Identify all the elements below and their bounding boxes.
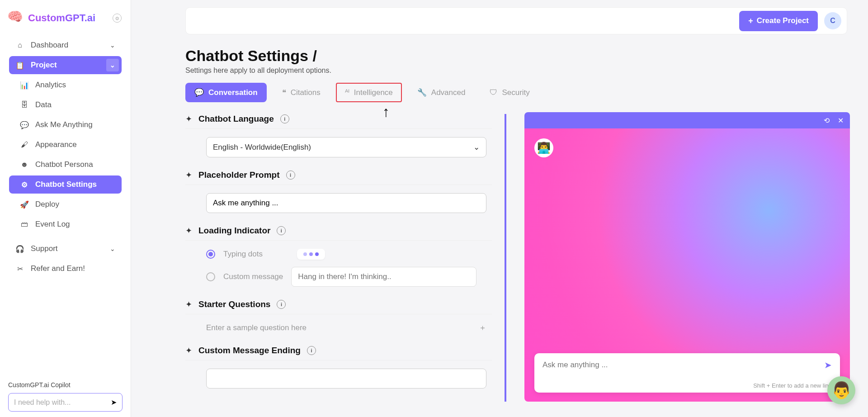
language-value: English - Worldwide(English) [213,143,311,152]
brain-icon: 🧠 [7,9,25,27]
copilot-label: CustomGPT.ai Copilot [8,381,123,389]
page-title: Chatbot Settings / [185,47,868,65]
nav-refer-label: Refer and Earn! [31,264,85,273]
copilot-text-field[interactable] [14,398,107,407]
chatbot-preview: ⟲ ✕ 👨‍💻 ➤ Shift + Enter to add a new lin… [524,112,850,402]
send-icon[interactable]: ➤ [824,360,832,370]
preview-column: ⟲ ✕ 👨‍💻 ➤ Shift + Enter to add a new lin… [524,112,850,402]
nav-dashboard-label: Dashboard [31,41,68,50]
tab-label: Citations [291,88,321,97]
diamond-icon: ✦ [185,299,192,309]
gear-icon: ⚙ [20,180,29,189]
tabs: 💬Conversation ❝Citations ᴬᴵIntelligence … [185,83,868,102]
diamond-icon: ✦ [185,170,192,180]
plus-icon: + [748,16,753,26]
nav-refer[interactable]: ✂Refer and Earn! [9,260,122,278]
nav-project[interactable]: 📋Project ⌄ [9,56,122,74]
nav-label: Chatbot Persona [35,160,93,169]
topbar: +Create Project C [185,7,847,34]
chevron-down-icon[interactable]: ⌄ [106,59,119,71]
wrench-icon: 🔧 [417,88,427,97]
chevron-down-icon: ⌄ [110,245,115,252]
nav-label: Chatbot Settings [35,180,97,189]
nav-dashboard[interactable]: ⌂Dashboard ⌄ [9,36,122,54]
chat-input[interactable] [542,360,824,370]
chevron-down-icon: ⌄ [473,142,480,152]
bot-avatar: 👨‍💻 [534,138,553,157]
tab-intelligence[interactable]: ᴬᴵIntelligence [336,83,402,102]
section-title: Custom Message Ending [198,346,301,355]
radio-typing-dots[interactable] [206,250,215,259]
shield-icon: 🛡 [490,88,497,97]
user-avatar[interactable]: C [824,12,841,29]
dots-preview [297,249,325,260]
info-icon[interactable]: i [307,346,316,355]
tab-label: Intelligence [354,88,393,97]
starter-question-input[interactable]: Enter a sample question here ＋ [206,322,486,333]
brand-text: CustomGPT.ai [28,12,95,24]
nav-persona[interactable]: ☻Chatbot Persona [9,156,122,174]
placeholder-input-wrap [206,193,486,213]
section-ending: ✦ Custom Message Ending i [185,346,492,389]
nav-project-label: Project [31,61,57,70]
nav-chatbot-settings[interactable]: ⚙Chatbot Settings [9,175,122,194]
tab-advanced[interactable]: 🔧Advanced [408,83,475,102]
section-title: Placeholder Prompt [198,170,280,180]
main: +Create Project C Chatbot Settings / Set… [131,0,868,417]
nav-label: Analytics [35,81,66,90]
nav-deploy[interactable]: 🚀Deploy [9,195,122,213]
section-placeholder: ✦ Placeholder Prompt i [185,170,492,213]
create-project-button[interactable]: +Create Project [739,11,818,31]
nav-appearance[interactable]: 🖌Appearance [9,136,122,154]
ai-icon: ᴬᴵ [345,88,349,97]
radio-label: Custom message [223,272,283,281]
clipboard-icon: 📋 [15,61,24,70]
send-icon[interactable]: ➤ [111,398,117,407]
info-icon[interactable]: i [280,114,289,123]
settings-form: ✦ Chatbot Language i English - Worldwide… [185,114,506,402]
ending-input[interactable] [213,374,480,383]
section-language: ✦ Chatbot Language i English - Worldwide… [185,114,492,157]
tab-label: Security [502,88,529,97]
page-subtitle: Settings here apply to all deployment op… [185,66,868,75]
quote-icon: ❝ [282,88,286,97]
nav-eventlog[interactable]: 🗃Event Log [9,215,122,233]
custom-message-input[interactable] [291,267,476,287]
refresh-icon[interactable]: ⟲ [824,116,830,125]
chat-input-hint: Shift + Enter to add a new line [542,382,832,389]
nav-label: Ask Me Anything [35,120,93,129]
radio-custom-message[interactable] [206,272,215,281]
section-title: Loading Indicator [198,226,270,236]
support-chat-bubble[interactable]: 👨 [827,376,855,404]
tab-citations[interactable]: ❝Citations [273,83,330,102]
share-icon: ✂ [15,265,24,273]
plus-icon[interactable]: ＋ [479,322,486,333]
placeholder-input[interactable] [213,199,480,208]
tab-security[interactable]: 🛡Security [481,83,538,102]
language-select[interactable]: English - Worldwide(English) ⌄ [206,137,486,157]
database-icon: 🗄 [20,101,29,109]
tab-label: Conversation [208,88,258,97]
radio-label: Typing dots [223,250,263,259]
info-icon[interactable]: i [277,226,286,235]
diamond-icon: ✦ [185,346,192,355]
tab-conversation[interactable]: 💬Conversation [185,83,267,102]
brush-icon: 🖌 [20,141,29,149]
chart-icon: 📊 [20,81,29,90]
nav-analytics[interactable]: 📊Analytics [9,76,122,94]
section-title: Chatbot Language [198,114,274,124]
copilot-input[interactable]: ➤ [8,393,123,412]
info-icon[interactable]: i [277,300,286,309]
nav-support[interactable]: 🎧Support ⌄ [9,240,122,258]
nav-data[interactable]: 🗄Data [9,96,122,114]
info-icon[interactable]: i [286,171,295,180]
sidebar-toggle-icon[interactable]: ⊙ [113,14,122,23]
close-icon[interactable]: ✕ [838,116,844,125]
nav-ask[interactable]: 💬Ask Me Anything [9,116,122,134]
nav-label: Data [35,100,52,109]
nav-support-label: Support [31,244,58,253]
home-icon: ⌂ [15,41,24,49]
chat-icon: 💬 [20,121,29,129]
section-title: Starter Questions [198,299,270,309]
brand-logo[interactable]: 🧠 CustomGPT.ai [7,9,95,27]
